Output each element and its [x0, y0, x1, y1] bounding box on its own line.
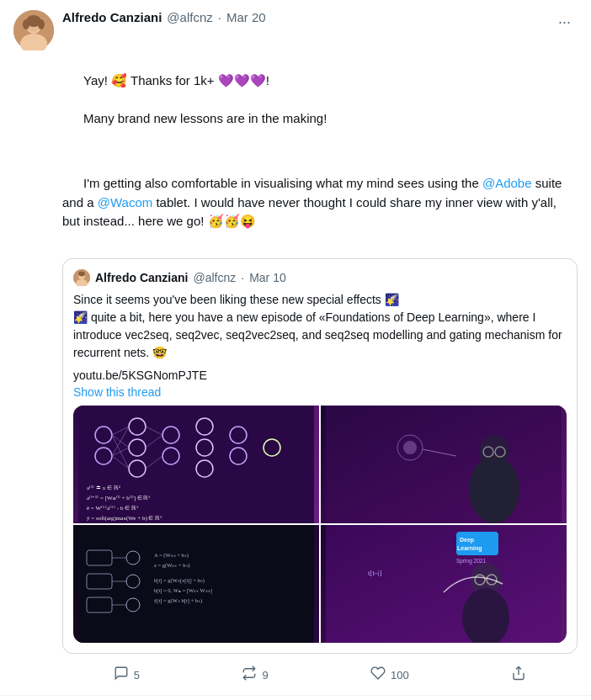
tweet-line2: Many brand new lessons are in the making…	[83, 111, 327, 125]
heart-icon	[370, 666, 386, 685]
dot-separator: ·	[218, 10, 221, 24]
image-cell-3-content: A = (Wₐₓ + bₓ) z = g(Wₐₓ + bₓ) h[t] = g(…	[73, 525, 319, 643]
retweet-count: 9	[262, 669, 268, 681]
quoted-tweet[interactable]: Alfredo Canziani @alfcnz · Mar 10 Since …	[62, 258, 578, 654]
svg-rect-64	[456, 532, 498, 555]
wacom-mention[interactable]: @Wacom	[98, 195, 153, 209]
image-cell-4: Deep Learning t[t-i]	[321, 525, 567, 643]
avatar[interactable]	[13, 10, 54, 50]
quoted-username[interactable]: @alfcnz	[193, 271, 236, 284]
image-cell-1-content: a⁽¹⁾ ≐ x ∈ ℝ² a⁽ˡ⁺¹⁾ = [Wₗa⁽ˡ⁾ + b⁽ˡ⁾] ∈…	[73, 406, 319, 523]
image-cell-1: a⁽¹⁾ ≐ x ∈ ℝ² a⁽ˡ⁺¹⁾ = [Wₗa⁽ˡ⁾ + b⁽ˡ⁾] ∈…	[73, 406, 319, 523]
svg-point-5	[23, 19, 29, 29]
image-cell-3: A = (Wₐₓ + bₓ) z = g(Wₐₓ + bₓ) h[t] = g(…	[73, 525, 319, 643]
quoted-avatar	[73, 269, 90, 286]
svg-text:Spring 2021: Spring 2021	[456, 558, 486, 565]
retweet-icon	[242, 666, 257, 685]
svg-text:ê = W⁽ˢ⁾a⁽ˢ⁾ - b ∈ ℝˢ: ê = W⁽ˢ⁾a⁽ˢ⁾ - b ∈ ℝˢ	[87, 505, 139, 512]
share-action[interactable]	[511, 666, 526, 685]
svg-rect-47	[78, 525, 314, 643]
svg-point-41	[469, 456, 519, 523]
tweet-text-1: Yay! 🥰 Thanks for 1k+ 💜💜💜! Many brand ne…	[62, 52, 578, 147]
svg-text:Learning: Learning	[457, 545, 482, 552]
like-count: 100	[391, 669, 409, 681]
svg-rect-63	[326, 525, 562, 643]
username[interactable]: @alfcnz	[167, 10, 212, 24]
svg-point-6	[38, 19, 45, 29]
user-info: Alfredo Canziani @alfcnz · Mar 20	[62, 10, 266, 24]
like-action[interactable]: 100	[370, 666, 409, 685]
tweet-body: Yay! 🥰 Thanks for 1k+ 💜💜💜! Many brand ne…	[62, 52, 578, 685]
svg-text:t[t-i]: t[t-i]	[368, 569, 382, 577]
show-thread-link[interactable]: Show this thread	[73, 385, 567, 399]
image-cell-4-content: Deep Learning t[t-i]	[321, 525, 567, 643]
timestamp: Mar 20	[226, 10, 266, 24]
svg-text:Deep: Deep	[460, 537, 474, 544]
image-cell-2	[321, 406, 567, 523]
image-grid: a⁽¹⁾ ≐ x ∈ ℝ² a⁽ˡ⁺¹⁾ = [Wₗa⁽ˡ⁾ + b⁽ˡ⁾] ∈…	[73, 406, 567, 643]
youtube-link: youtu.be/5KSGNomPJTE	[73, 369, 567, 382]
svg-point-10	[78, 272, 85, 277]
svg-text:a⁽¹⁾ ≐ x ∈ ℝ²: a⁽¹⁾ ≐ x ∈ ℝ²	[87, 485, 120, 491]
reply-action[interactable]: 5	[114, 666, 140, 685]
svg-text:h[t] = 0, Wₒ = [Wₐₓ Wₐₐ]: h[t] = 0, Wₒ = [Wₐₓ Wₐₐ]	[154, 587, 212, 594]
more-options-button[interactable]: ···	[551, 10, 578, 34]
svg-text:h[t] = g(Wₐ[x[t]] + bₐ): h[t] = g(Wₐ[x[t]] + bₐ)	[154, 577, 205, 584]
tweet-header: Alfredo Canziani @alfcnz · Mar 20 ···	[13, 10, 578, 50]
quoted-tweet-header: Alfredo Canziani @alfcnz · Mar 10	[73, 269, 567, 286]
svg-rect-39	[326, 406, 562, 523]
svg-text:A = (Wₐₓ + bₓ): A = (Wₐₓ + bₓ)	[154, 552, 189, 559]
action-bar: 5 9 100	[62, 662, 578, 685]
display-name: Alfredo Canziani	[62, 10, 162, 24]
share-icon	[511, 666, 526, 685]
reply-count: 5	[134, 669, 140, 681]
tweet-header-left: Alfredo Canziani @alfcnz · Mar 20	[13, 10, 266, 50]
image-cell-2-content	[321, 406, 567, 523]
quoted-display-name: Alfredo Canziani	[95, 271, 188, 284]
svg-text:ŷ = soft(arg)max(We + b) ∈ ℝˢ: ŷ = soft(arg)max(We + b) ∈ ℝˢ	[87, 515, 162, 522]
quoted-dot: ·	[241, 271, 244, 284]
retweet-action[interactable]: 9	[242, 666, 268, 685]
tweet-card: Alfredo Canziani @alfcnz · Mar 20 ··· Ya…	[0, 0, 591, 696]
svg-text:z = g(Wₐₓ + bₓ): z = g(Wₐₓ + bₓ)	[154, 562, 190, 569]
adobe-mention[interactable]: @Adobe	[482, 176, 532, 190]
reply-icon	[114, 666, 129, 685]
svg-text:ŷ[t] = g(Wₓ h[t] + bₓ): ŷ[t] = g(Wₓ h[t] + bₓ)	[154, 597, 202, 604]
svg-text:a⁽ˡ⁺¹⁾ = [Wₗa⁽ˡ⁾ + b⁽ˡ⁾] ∈ ℝˢ: a⁽ˡ⁺¹⁾ = [Wₗa⁽ˡ⁾ + b⁽ˡ⁾] ∈ ℝˢ	[87, 495, 151, 501]
quoted-timestamp: Mar 10	[249, 271, 286, 284]
tweet-line1: Yay! 🥰 Thanks for 1k+ 💜💜💜!	[83, 73, 269, 88]
svg-point-45	[403, 441, 417, 454]
quoted-tweet-text: Since it seems you've been liking these …	[73, 291, 567, 362]
tweet-text-2: I'm getting also comfortable in visualis…	[62, 156, 578, 251]
